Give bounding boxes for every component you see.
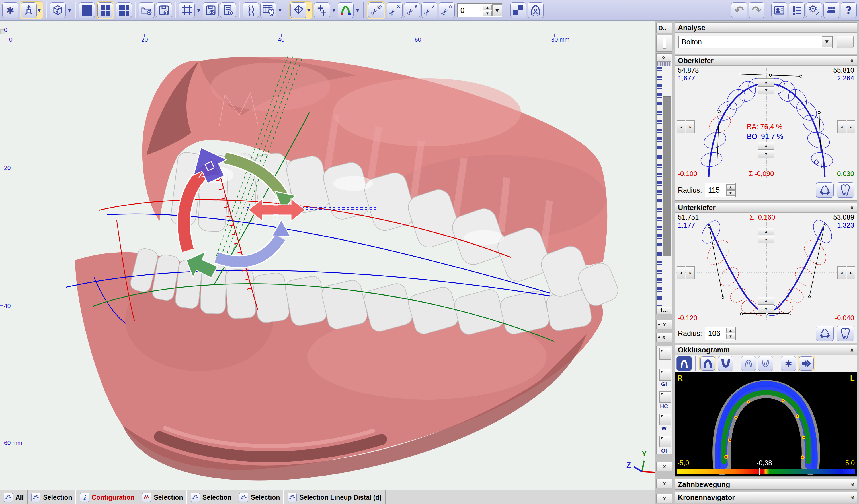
- cut-none-button[interactable]: ✂∅: [368, 2, 384, 18]
- mini-button-1[interactable]: [659, 369, 672, 381]
- kite-tool-button[interactable]: [290, 2, 306, 18]
- dropdown-caret[interactable]: ▼: [68, 8, 72, 13]
- analysis-combobox[interactable]: Bolton ▼: [678, 35, 832, 48]
- dropdown-caret[interactable]: ▼: [307, 8, 311, 13]
- uk-radius-value[interactable]: 106: [705, 329, 726, 338]
- spin-up-button[interactable]: ▲: [726, 184, 735, 190]
- spin-down-button[interactable]: ▼: [758, 236, 774, 243]
- ok-tooth-button[interactable]: [837, 182, 854, 198]
- ok-arch-width-button[interactable]: [816, 182, 834, 198]
- save-view-button[interactable]: [203, 2, 218, 18]
- dropdown-caret[interactable]: ▼: [278, 8, 282, 13]
- spin-down-button[interactable]: ▼: [758, 86, 774, 94]
- spin-up-button[interactable]: ▲: [483, 4, 492, 10]
- mini-button-3[interactable]: [659, 413, 672, 425]
- uk-arch-width-button[interactable]: [816, 326, 834, 341]
- dropdown-caret[interactable]: ▼: [356, 8, 359, 13]
- profile-lines-button[interactable]: [243, 2, 259, 18]
- dropdown-caret[interactable]: ▼: [197, 8, 200, 13]
- help-button[interactable]: ?: [841, 2, 857, 18]
- add-points-button[interactable]: + +: [314, 2, 330, 18]
- strip-collapse-2[interactable]: «: [656, 462, 672, 471]
- spin-up-button[interactable]: ▲: [758, 227, 774, 235]
- uk-tooth-button[interactable]: [837, 326, 854, 341]
- expand-down-icon[interactable]: «: [848, 483, 856, 486]
- arch-cut-button[interactable]: [528, 2, 544, 18]
- tab-selection-2[interactable]: Selection: [138, 490, 187, 504]
- spin-up-button[interactable]: ▲: [758, 297, 774, 305]
- tab-selection-1[interactable]: Selection: [28, 490, 76, 504]
- combobox-dropdown-button[interactable]: ▼: [822, 36, 832, 47]
- dock-slider-button[interactable]: [656, 35, 672, 52]
- cut-value[interactable]: 0: [457, 6, 483, 15]
- dock-collapse-button[interactable]: «: [656, 54, 672, 62]
- tab-all[interactable]: All: [0, 490, 28, 504]
- occ-compute-button[interactable]: ✱: [781, 356, 796, 371]
- layout-single-button[interactable]: [79, 2, 95, 18]
- arch-setup-button[interactable]: [338, 2, 353, 18]
- spin-up-button[interactable]: ▲: [758, 78, 774, 86]
- cut-z-button[interactable]: ✂Z: [421, 2, 437, 18]
- dock-tab-button[interactable]: D..: [656, 23, 672, 33]
- strip-collapse-3[interactable]: «: [656, 479, 672, 488]
- task-list-button[interactable]: [789, 2, 804, 18]
- dropdown-caret[interactable]: ▼: [37, 8, 41, 13]
- cut-arch-button[interactable]: ✂∩: [439, 2, 455, 18]
- dental-model-3d[interactable]: [0, 21, 655, 490]
- table-tooth-button[interactable]: [260, 2, 276, 18]
- cut-value-dropdown[interactable]: ▼: [492, 4, 502, 16]
- occ-both-arches-button[interactable]: [677, 356, 692, 371]
- more-tools-button[interactable]: [824, 2, 839, 18]
- dropdown-caret[interactable]: ▼: [332, 8, 336, 13]
- spin-down-button[interactable]: ▼: [758, 150, 774, 158]
- frame-tool-button[interactable]: [179, 2, 195, 18]
- spin-up-button[interactable]: ▲: [726, 328, 735, 333]
- occ-upper-outline-button[interactable]: [741, 356, 756, 371]
- mini-button-0[interactable]: [659, 348, 672, 360]
- strip-collapse-4[interactable]: «: [656, 494, 672, 503]
- layout-quad-button[interactable]: [97, 2, 113, 18]
- redo-button[interactable]: ↷: [749, 2, 765, 18]
- spin-down-button[interactable]: ▼: [758, 305, 774, 313]
- nudge-left-button[interactable]: ◂: [838, 266, 846, 279]
- spin-down-button[interactable]: ▼: [726, 334, 735, 339]
- mini-button-2[interactable]: [659, 391, 672, 403]
- nudge-left-button[interactable]: ◂: [677, 266, 685, 279]
- axes-cube-button[interactable]: [21, 2, 37, 18]
- undo-button[interactable]: ↶: [731, 2, 747, 18]
- mini-button-4[interactable]: [659, 436, 672, 447]
- tab-selection-3[interactable]: Selection: [187, 490, 236, 504]
- patient-card-button[interactable]: [771, 2, 787, 18]
- settings-button[interactable]: ⚙ ✓: [806, 2, 822, 18]
- ok-radius-value[interactable]: 115: [705, 186, 726, 194]
- tab-selection-4[interactable]: Selection: [236, 490, 284, 504]
- tab-configuration[interactable]: i Configuration: [76, 490, 139, 504]
- cut-y-button[interactable]: ✂Y: [404, 2, 420, 18]
- zahnbewegung-header[interactable]: Zahnbewegung «: [675, 479, 857, 490]
- viewport-3d[interactable]: 0 20 40 60 80 mm 0 20 40 60 mm: [0, 21, 655, 490]
- occlusion-map[interactable]: R L -5,0 -0,38 5,0: [675, 372, 857, 476]
- collapse-up-icon[interactable]: «: [848, 206, 856, 210]
- nudge-right-button[interactable]: ▸: [686, 120, 695, 133]
- spin-down-button[interactable]: ▼: [483, 11, 492, 16]
- kronennavigator-header[interactable]: Kronennavigator «: [675, 492, 857, 503]
- collapse-up-icon[interactable]: «: [848, 348, 856, 352]
- flower-button[interactable]: ✱: [2, 2, 18, 18]
- occ-lower-button[interactable]: [718, 356, 734, 371]
- export-doc-button[interactable]: [220, 2, 236, 18]
- nudge-right-button[interactable]: ▸: [847, 120, 855, 133]
- dock-footer-button[interactable]: 1...: [656, 306, 672, 314]
- occ-lower-outline-button[interactable]: [758, 356, 773, 371]
- save-project-button[interactable]: [156, 2, 172, 18]
- cut-x-button[interactable]: ✂X: [387, 2, 403, 18]
- dock-scrollbar[interactable]: [663, 96, 671, 256]
- strip-expand-1[interactable]: «: [656, 333, 672, 342]
- occ-upper-button[interactable]: [700, 357, 715, 371]
- nudge-right-button[interactable]: ▸: [847, 266, 855, 279]
- analysis-more-button[interactable]: ...: [837, 35, 854, 48]
- strip-collapse-1[interactable]: «: [656, 320, 672, 329]
- expand-down-icon[interactable]: «: [848, 495, 856, 500]
- collapse-up-icon[interactable]: «: [848, 59, 856, 63]
- tab-selection-lineup-distal[interactable]: Selection Lineup Distal (d): [284, 490, 386, 504]
- nudge-left-button[interactable]: ◂: [838, 120, 846, 133]
